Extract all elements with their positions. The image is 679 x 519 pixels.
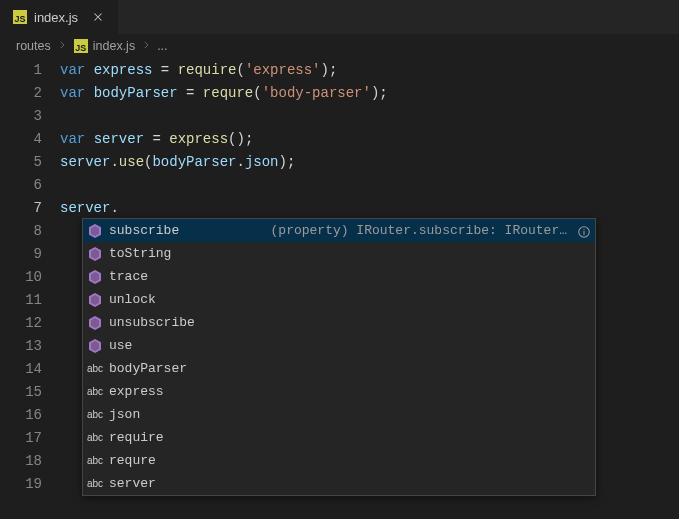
breadcrumb-more[interactable]: ... bbox=[157, 39, 167, 53]
suggestion-item[interactable]: unlock bbox=[83, 288, 595, 311]
suggestion-label: json bbox=[109, 403, 140, 426]
line-number: 5 bbox=[0, 151, 42, 174]
suggestion-label: unlock bbox=[109, 288, 156, 311]
suggestion-label: use bbox=[109, 334, 132, 357]
method-icon bbox=[87, 338, 103, 354]
word-icon: abc bbox=[87, 476, 103, 492]
suggestion-label: require bbox=[109, 426, 164, 449]
method-icon bbox=[87, 315, 103, 331]
close-icon[interactable] bbox=[90, 9, 106, 25]
suggestion-item[interactable]: abcrequire bbox=[83, 426, 595, 449]
word-icon: abc bbox=[87, 384, 103, 400]
breadcrumb-label: ... bbox=[157, 39, 167, 53]
word-icon: abc bbox=[87, 430, 103, 446]
suggestion-label: server bbox=[109, 472, 156, 495]
suggestion-item[interactable]: subscribe(property) IRouter.subscribe: I… bbox=[83, 219, 595, 242]
suggestion-item[interactable]: abcjson bbox=[83, 403, 595, 426]
breadcrumb-folder[interactable]: routes bbox=[16, 39, 51, 53]
suggestion-item[interactable]: toString bbox=[83, 242, 595, 265]
line-number: 3 bbox=[0, 105, 42, 128]
line-number: 10 bbox=[0, 266, 42, 289]
line-gutter: 12345678910111213141516171819 bbox=[0, 57, 60, 519]
line-number: 11 bbox=[0, 289, 42, 312]
info-icon[interactable] bbox=[577, 224, 591, 238]
line-number: 6 bbox=[0, 174, 42, 197]
word-icon: abc bbox=[87, 453, 103, 469]
suggestion-item[interactable]: abcrequre bbox=[83, 449, 595, 472]
code-line[interactable] bbox=[60, 105, 679, 128]
line-number: 16 bbox=[0, 404, 42, 427]
editor[interactable]: 12345678910111213141516171819 var expres… bbox=[0, 57, 679, 519]
line-number: 19 bbox=[0, 473, 42, 496]
suggestion-label: toString bbox=[109, 242, 171, 265]
suggestion-item[interactable]: abcserver bbox=[83, 472, 595, 495]
chevron-right-icon bbox=[141, 39, 151, 53]
code-line[interactable] bbox=[60, 174, 679, 197]
line-number: 4 bbox=[0, 128, 42, 151]
suggestion-widget[interactable]: subscribe(property) IRouter.subscribe: I… bbox=[82, 218, 596, 496]
method-icon bbox=[87, 269, 103, 285]
breadcrumb[interactable]: routes JS index.js ... bbox=[0, 35, 679, 57]
tab-bar: JS index.js bbox=[0, 0, 679, 35]
code-line[interactable]: server. bbox=[60, 197, 679, 220]
breadcrumb-label: index.js bbox=[93, 39, 135, 53]
line-number: 18 bbox=[0, 450, 42, 473]
word-icon: abc bbox=[87, 361, 103, 377]
suggestion-label: bodyParser bbox=[109, 357, 187, 380]
breadcrumb-file[interactable]: JS index.js bbox=[73, 38, 135, 54]
line-number: 13 bbox=[0, 335, 42, 358]
code-line[interactable]: server.use(bodyParser.json); bbox=[60, 151, 679, 174]
line-number: 7 bbox=[0, 197, 42, 220]
code-line[interactable]: var server = express(); bbox=[60, 128, 679, 151]
line-number: 14 bbox=[0, 358, 42, 381]
suggestion-item[interactable]: trace bbox=[83, 265, 595, 288]
chevron-right-icon bbox=[57, 39, 67, 53]
suggestion-item[interactable]: use bbox=[83, 334, 595, 357]
suggestion-label: unsubscribe bbox=[109, 311, 195, 334]
line-number: 17 bbox=[0, 427, 42, 450]
suggestion-label: subscribe bbox=[109, 219, 179, 242]
method-icon bbox=[87, 292, 103, 308]
js-file-icon: JS bbox=[12, 9, 28, 25]
code-line[interactable]: var bodyParser = requre('body-parser'); bbox=[60, 82, 679, 105]
method-icon bbox=[87, 223, 103, 239]
code-line[interactable]: var express = require('express'); bbox=[60, 59, 679, 82]
suggestion-label: requre bbox=[109, 449, 156, 472]
tab-index-js[interactable]: JS index.js bbox=[0, 0, 119, 34]
suggestion-item[interactable]: abcbodyParser bbox=[83, 357, 595, 380]
breadcrumb-label: routes bbox=[16, 39, 51, 53]
suggestion-item[interactable]: unsubscribe bbox=[83, 311, 595, 334]
js-file-icon: JS bbox=[73, 38, 89, 54]
line-number: 12 bbox=[0, 312, 42, 335]
line-number: 2 bbox=[0, 82, 42, 105]
suggestion-label: trace bbox=[109, 265, 148, 288]
line-number: 8 bbox=[0, 220, 42, 243]
method-icon bbox=[87, 246, 103, 262]
suggestion-item[interactable]: abcexpress bbox=[83, 380, 595, 403]
suggestion-detail: (property) IRouter.subscribe: IRouter… bbox=[271, 219, 567, 242]
line-number: 9 bbox=[0, 243, 42, 266]
line-number: 1 bbox=[0, 59, 42, 82]
word-icon: abc bbox=[87, 407, 103, 423]
suggestion-label: express bbox=[109, 380, 164, 403]
line-number: 15 bbox=[0, 381, 42, 404]
tab-filename: index.js bbox=[34, 10, 78, 25]
